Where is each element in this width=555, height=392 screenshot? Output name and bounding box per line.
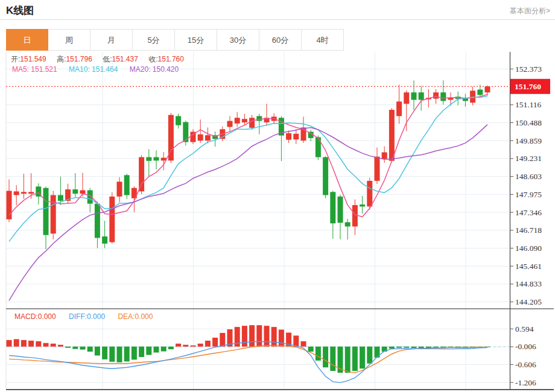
tab-period-0[interactable]: 日 <box>6 29 48 51</box>
svg-text:-0.606: -0.606 <box>515 360 536 369</box>
high-value: 151.796 <box>66 55 92 63</box>
svg-text:150.488: 150.488 <box>515 118 542 127</box>
tab-period-2[interactable]: 月 <box>90 29 133 51</box>
svg-text:144.205: 144.205 <box>515 297 542 306</box>
ohlc-readout: 开:151.549 高:151.796 低:151.437 收:151.760 <box>11 54 192 65</box>
svg-text:144.833: 144.833 <box>515 279 542 288</box>
close-value: 151.760 <box>158 55 184 63</box>
tab-period-6[interactable]: 60分 <box>259 29 302 51</box>
high-label: 高: <box>57 55 66 63</box>
ma10-line <box>9 96 487 241</box>
ma-readout: MA5: 151.521 MA10: 151.464 MA20: 150.420 <box>12 65 188 74</box>
svg-text:152.373: 152.373 <box>515 65 542 74</box>
tab-period-3[interactable]: 5分 <box>133 29 175 51</box>
macd-readout: MACD:0.000 DIFF:0.000 DEA:0.000 <box>14 312 163 321</box>
macd-value-readout: MACD:0.000 <box>14 312 56 321</box>
tab-period-1[interactable]: 周 <box>48 29 90 51</box>
ma5-readout: MA5: 151.521 <box>12 65 57 74</box>
svg-text:146.718: 146.718 <box>515 226 542 235</box>
svg-text:0.594: 0.594 <box>515 324 534 334</box>
svg-text:148.603: 148.603 <box>515 172 542 181</box>
svg-text:145.461: 145.461 <box>515 262 542 271</box>
svg-text:147.346: 147.346 <box>515 208 542 217</box>
low-label: 低: <box>103 55 112 63</box>
tab-period-7[interactable]: 4时 <box>302 29 344 51</box>
ma20-readout: MA20: 150.420 <box>130 65 179 74</box>
svg-text:151.116: 151.116 <box>515 100 542 109</box>
diff-value-readout: DIFF:0.000 <box>69 312 105 321</box>
period-tab-bar: 日周月5分15分30分60分4时 <box>6 29 344 51</box>
open-value: 151.549 <box>20 55 46 63</box>
dea-value-readout: DEA:0.000 <box>118 312 153 321</box>
close-label: 收: <box>148 55 157 63</box>
svg-text:147.975: 147.975 <box>515 190 542 199</box>
ma10-readout: MA10: 151.464 <box>69 65 118 74</box>
tab-period-5[interactable]: 30分 <box>217 29 259 51</box>
last-price-tag-text: 151.760 <box>515 82 541 91</box>
open-label: 开: <box>11 55 20 63</box>
tab-period-4[interactable]: 15分 <box>175 29 217 51</box>
y-axis-labels: 152.373151.116150.488149.859149.231148.6… <box>510 65 542 387</box>
svg-text:149.231: 149.231 <box>515 154 542 163</box>
low-value: 151.437 <box>112 55 138 63</box>
svg-text:-0.006: -0.006 <box>515 342 536 351</box>
svg-text:-1.206: -1.206 <box>515 378 536 387</box>
svg-text:146.090: 146.090 <box>515 244 542 253</box>
svg-text:149.859: 149.859 <box>515 136 542 145</box>
